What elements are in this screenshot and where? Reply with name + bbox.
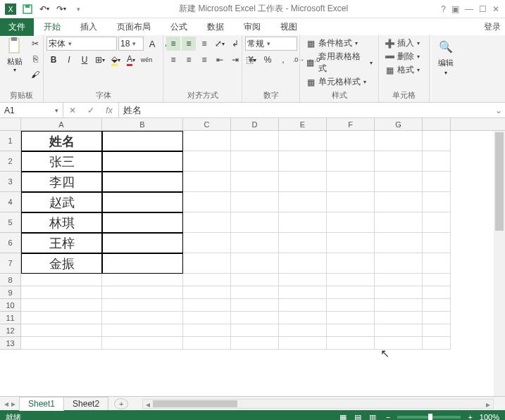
cell-D6[interactable] — [231, 233, 279, 253]
cell-B8[interactable] — [102, 274, 183, 286]
cell-G10[interactable] — [375, 299, 423, 312]
save-icon[interactable] — [20, 1, 35, 17]
cell-A6[interactable]: 王梓 — [21, 233, 102, 253]
cell-E12[interactable] — [279, 324, 327, 337]
cell-D9[interactable] — [231, 286, 279, 299]
row-header[interactable]: 5 — [0, 212, 21, 233]
cell-B9[interactable] — [102, 286, 183, 299]
grow-font-icon[interactable]: A — [145, 37, 159, 51]
cell-F6[interactable] — [327, 233, 375, 253]
col-header-F[interactable]: F — [327, 118, 375, 130]
insert-cells-button[interactable]: ➕插入▾ — [382, 37, 423, 50]
cell-extra[interactable] — [423, 274, 451, 286]
cell-B7[interactable] — [102, 253, 183, 274]
align-right-icon[interactable]: ≡ — [197, 53, 211, 67]
cell-F13[interactable] — [327, 337, 375, 350]
chevron-down-icon[interactable]: ▾ — [13, 67, 16, 73]
cell-B3[interactable] — [102, 172, 183, 192]
chevron-down-icon[interactable]: ▾ — [267, 40, 270, 47]
cell-G12[interactable] — [375, 324, 423, 337]
row-header[interactable]: 4 — [0, 192, 21, 212]
chevron-down-icon[interactable]: ▾ — [68, 40, 72, 47]
cell-E6[interactable] — [279, 233, 327, 253]
hscroll-left-icon[interactable]: ◂ — [143, 400, 153, 409]
maximize-icon[interactable]: ☐ — [479, 4, 487, 14]
cell-C6[interactable] — [183, 233, 231, 253]
cell-A1[interactable]: 姓名 — [21, 131, 102, 151]
row-header[interactable]: 1 — [0, 131, 21, 151]
percent-icon[interactable]: % — [261, 53, 275, 67]
cell-G5[interactable] — [375, 212, 423, 233]
cell-F12[interactable] — [327, 324, 375, 337]
accounting-icon[interactable]: ¥▾ — [245, 53, 259, 67]
cell-D10[interactable] — [231, 299, 279, 312]
cell-D13[interactable] — [231, 337, 279, 350]
font-color-button[interactable]: A▾ — [124, 53, 138, 67]
row-header[interactable]: 11 — [0, 312, 21, 324]
normal-view-icon[interactable]: ▦ — [337, 413, 349, 421]
cell-extra[interactable] — [423, 286, 451, 299]
cell-C10[interactable] — [183, 299, 231, 312]
cell-B12[interactable] — [102, 324, 183, 337]
cell-E10[interactable] — [279, 299, 327, 312]
tab-insert[interactable]: 插入 — [70, 18, 107, 36]
cell-E2[interactable] — [279, 151, 327, 172]
tab-page-layout[interactable]: 页面布局 — [107, 18, 161, 36]
row-header[interactable]: 7 — [0, 253, 21, 274]
cell-C8[interactable] — [183, 274, 231, 286]
cell-F10[interactable] — [327, 299, 375, 312]
cell-A13[interactable] — [21, 337, 102, 350]
cell-F9[interactable] — [327, 286, 375, 299]
find-icon[interactable]: 🔍 — [436, 37, 456, 56]
cell-E8[interactable] — [279, 274, 327, 286]
col-header-extra[interactable] — [423, 118, 451, 130]
undo-icon[interactable]: ↶▾ — [37, 1, 52, 17]
col-header-D[interactable]: D — [231, 118, 279, 130]
zoom-out-icon[interactable]: − — [386, 413, 390, 420]
cell-C4[interactable] — [183, 192, 231, 212]
excel-icon[interactable]: X — [3, 1, 18, 17]
cell-extra[interactable] — [423, 192, 451, 212]
cell-A12[interactable] — [21, 324, 102, 337]
row-header[interactable]: 13 — [0, 337, 21, 350]
cell-B5[interactable] — [102, 212, 183, 233]
cell-D2[interactable] — [231, 151, 279, 172]
file-menu[interactable]: 文件 — [0, 18, 34, 36]
italic-button[interactable]: I — [62, 53, 76, 67]
cell-A3[interactable]: 李四 — [21, 172, 102, 192]
underline-button[interactable]: U — [77, 53, 92, 67]
cell-E1[interactable] — [279, 131, 327, 151]
indent-dec-icon[interactable]: ⇤ — [213, 53, 227, 67]
formula-bar[interactable]: 姓名 — [119, 103, 492, 117]
chevron-down-icon[interactable]: ▾ — [55, 107, 58, 114]
expand-formula-icon[interactable]: ⌄ — [492, 103, 505, 117]
page-break-icon[interactable]: ▥ — [366, 413, 379, 421]
cell-extra[interactable] — [423, 233, 451, 253]
hscroll-right-icon[interactable]: ▸ — [483, 400, 493, 409]
cell-E4[interactable] — [279, 192, 327, 212]
tab-data[interactable]: 数据 — [197, 18, 234, 36]
row-header[interactable]: 3 — [0, 172, 21, 192]
cell-styles-button[interactable]: ▦单元格样式▾ — [303, 75, 375, 89]
tab-view[interactable]: 视图 — [270, 18, 307, 36]
close-icon[interactable]: ✕ — [492, 4, 499, 14]
cell-F3[interactable] — [327, 172, 375, 192]
cell-A11[interactable] — [21, 312, 102, 324]
col-header-E[interactable]: E — [279, 118, 327, 130]
orientation-icon[interactable]: ⤢▾ — [213, 37, 227, 51]
border-button[interactable]: ⊞▾ — [93, 53, 107, 67]
cell-extra[interactable] — [423, 253, 451, 274]
cell-G3[interactable] — [375, 172, 423, 192]
redo-icon[interactable]: ↷▾ — [54, 1, 69, 17]
cell-A5[interactable]: 林琪 — [21, 212, 102, 233]
qat-customize-icon[interactable]: ▾ — [70, 1, 86, 17]
ribbon-options-icon[interactable]: ▣ — [451, 4, 459, 14]
tab-home[interactable]: 开始 — [34, 18, 70, 36]
cut-icon[interactable]: ✂ — [28, 37, 42, 51]
comma-icon[interactable]: , — [276, 53, 290, 67]
add-sheet-button[interactable]: + — [114, 398, 128, 409]
delete-cells-button[interactable]: ➖删除▾ — [382, 50, 423, 63]
cell-B11[interactable] — [102, 312, 183, 324]
number-format-combo[interactable]: 常规▾ — [245, 37, 297, 51]
help-icon[interactable]: ? — [441, 4, 446, 14]
